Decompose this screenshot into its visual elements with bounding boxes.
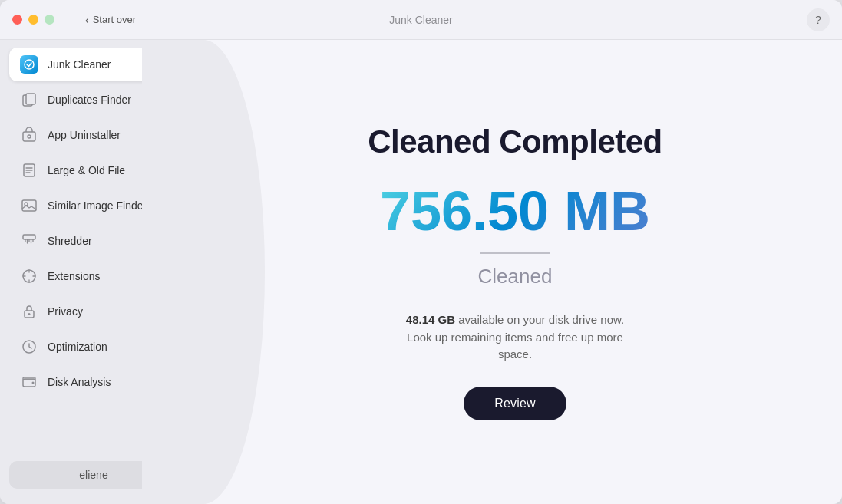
- duplicates-icon-graphic: [21, 91, 38, 108]
- extensions-label: Extensions: [48, 270, 100, 282]
- svg-rect-3: [23, 132, 35, 141]
- app-icon: [20, 126, 38, 144]
- junk-cleaner-label: Junk Cleaner: [48, 58, 111, 71]
- titlebar: ‹ Start over Junk Cleaner ?: [0, 0, 842, 40]
- app-uninstaller-label: App Uninstaller: [48, 129, 121, 141]
- cleaned-size: 756.50 MB: [380, 183, 650, 239]
- similar-image-finder-label: Similar Image Finder: [48, 199, 147, 212]
- disk-analysis-icon: [20, 373, 38, 391]
- disk-size-bold: 48.14 GB: [406, 313, 455, 326]
- traffic-lights: [12, 15, 54, 25]
- large-file-icon: [20, 161, 38, 180]
- privacy-label: Privacy: [48, 305, 83, 318]
- similar-image-icon: [20, 196, 38, 215]
- user-label: eliene: [79, 469, 107, 481]
- svg-rect-2: [26, 94, 35, 104]
- large-old-file-label: Large & Old File: [48, 164, 125, 176]
- start-over-label: Start over: [93, 14, 136, 25]
- start-over-button[interactable]: ‹ Start over: [85, 14, 136, 26]
- junk-cleaner-icon: [20, 55, 38, 74]
- help-icon: ?: [815, 14, 821, 26]
- chevron-left-icon: ‹: [85, 14, 89, 26]
- app-title: Junk Cleaner: [389, 14, 453, 26]
- help-button[interactable]: ?: [807, 8, 830, 31]
- svg-point-4: [28, 135, 31, 138]
- divider-line: [480, 252, 550, 254]
- cleaned-label: Cleaned: [478, 265, 553, 288]
- review-button[interactable]: Review: [464, 387, 566, 420]
- app-window: ‹ Start over Junk Cleaner ?: [0, 0, 842, 504]
- main-layout: Junk Cleaner Duplicates Finder: [0, 40, 842, 504]
- disk-analysis-icon-graphic: [21, 374, 38, 390]
- large-file-icon-graphic: [21, 162, 38, 179]
- content-area: Cleaned Completed 756.50 MB Cleaned 48.1…: [188, 40, 842, 504]
- svg-point-15: [32, 382, 35, 384]
- duplicates-finder-label: Duplicates Finder: [48, 94, 131, 106]
- optimization-icon-graphic: [21, 338, 38, 355]
- shredder-label: Shredder: [48, 235, 92, 247]
- svg-point-0: [25, 60, 34, 69]
- svg-rect-8: [23, 235, 35, 239]
- shredder-icon-graphic: [21, 232, 38, 249]
- duplicates-icon: [20, 91, 38, 109]
- svg-rect-6: [22, 200, 36, 211]
- cleaned-title: Cleaned Completed: [368, 124, 662, 160]
- privacy-icon-graphic: [21, 303, 38, 320]
- extensions-icon-graphic: [21, 268, 38, 285]
- close-button[interactable]: [12, 15, 22, 25]
- similar-image-icon-graphic: [21, 197, 38, 214]
- svg-point-11: [28, 313, 31, 315]
- maximize-button[interactable]: [45, 15, 54, 25]
- content-inner: Cleaned Completed 756.50 MB Cleaned 48.1…: [368, 124, 662, 420]
- disk-analysis-label: Disk Analysis: [48, 376, 111, 388]
- junk-icon-graphic: [20, 55, 38, 74]
- shredder-icon: [20, 232, 38, 250]
- optimization-icon: [20, 338, 38, 356]
- disk-info: 48.14 GB available on your disk drive no…: [392, 311, 638, 364]
- privacy-icon: [20, 302, 38, 321]
- optimization-label: Optimization: [48, 341, 107, 353]
- minimize-button[interactable]: [28, 15, 38, 25]
- extensions-icon: [20, 267, 38, 285]
- app-icon-graphic: [21, 127, 38, 143]
